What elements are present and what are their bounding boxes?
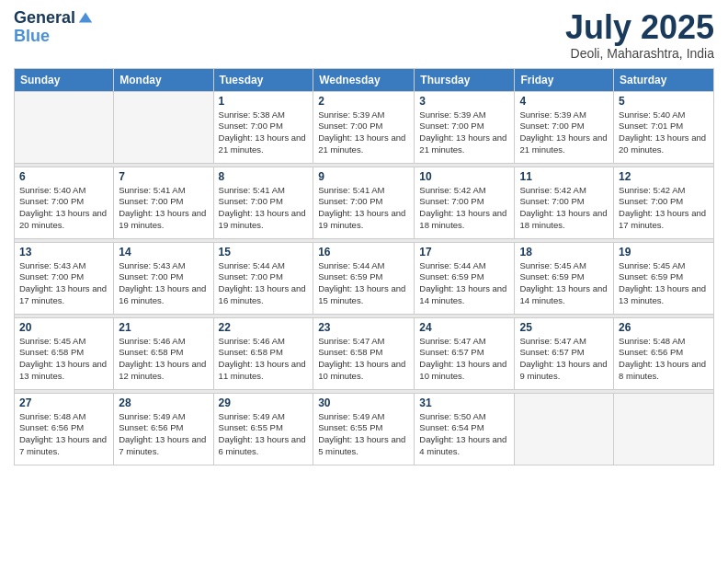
header-friday: Friday xyxy=(515,68,614,91)
calendar-cell: 26Sunrise: 5:48 AM Sunset: 6:56 PM Dayli… xyxy=(614,317,714,389)
day-number: 24 xyxy=(419,321,509,334)
day-info: Sunrise: 5:50 AM Sunset: 6:54 PM Dayligh… xyxy=(419,411,509,458)
calendar-cell: 11Sunrise: 5:42 AM Sunset: 7:00 PM Dayli… xyxy=(515,167,614,238)
calendar-cell: 22Sunrise: 5:46 AM Sunset: 6:58 PM Dayli… xyxy=(213,317,313,389)
logo-icon xyxy=(77,9,94,26)
header: General Blue July 2025 Deoli, Maharashtr… xyxy=(14,9,714,61)
day-info: Sunrise: 5:42 AM Sunset: 7:00 PM Dayligh… xyxy=(419,185,509,232)
calendar-cell: 12Sunrise: 5:42 AM Sunset: 7:00 PM Dayli… xyxy=(614,167,714,238)
day-number: 18 xyxy=(519,246,609,259)
calendar-cell: 9Sunrise: 5:41 AM Sunset: 7:00 PM Daylig… xyxy=(313,167,415,238)
calendar-cell: 25Sunrise: 5:47 AM Sunset: 6:57 PM Dayli… xyxy=(515,317,614,389)
calendar-cell xyxy=(614,393,714,465)
week-row-2: 6Sunrise: 5:40 AM Sunset: 7:00 PM Daylig… xyxy=(15,167,714,238)
day-info: Sunrise: 5:39 AM Sunset: 7:00 PM Dayligh… xyxy=(519,109,609,156)
calendar-cell: 14Sunrise: 5:43 AM Sunset: 7:00 PM Dayli… xyxy=(114,242,213,314)
calendar-table: Sunday Monday Tuesday Wednesday Thursday… xyxy=(14,68,714,465)
day-number: 25 xyxy=(519,321,609,334)
day-info: Sunrise: 5:42 AM Sunset: 7:00 PM Dayligh… xyxy=(519,185,609,232)
calendar-cell: 18Sunrise: 5:45 AM Sunset: 6:59 PM Dayli… xyxy=(515,242,614,314)
day-number: 17 xyxy=(419,246,509,259)
calendar-cell: 24Sunrise: 5:47 AM Sunset: 6:57 PM Dayli… xyxy=(415,317,515,389)
calendar-cell: 10Sunrise: 5:42 AM Sunset: 7:00 PM Dayli… xyxy=(415,167,515,238)
day-number: 28 xyxy=(119,396,208,409)
page-container: General Blue July 2025 Deoli, Maharashtr… xyxy=(0,0,728,475)
day-info: Sunrise: 5:40 AM Sunset: 7:01 PM Dayligh… xyxy=(619,109,709,156)
day-number: 30 xyxy=(318,396,409,409)
day-number: 27 xyxy=(19,396,108,409)
day-number: 29 xyxy=(219,396,309,409)
weekday-header-row: Sunday Monday Tuesday Wednesday Thursday… xyxy=(15,68,714,91)
day-info: Sunrise: 5:45 AM Sunset: 6:59 PM Dayligh… xyxy=(519,260,609,307)
day-number: 10 xyxy=(419,170,509,183)
day-number: 6 xyxy=(19,170,108,183)
calendar-cell: 30Sunrise: 5:49 AM Sunset: 6:55 PM Dayli… xyxy=(313,393,415,465)
calendar-cell: 8Sunrise: 5:41 AM Sunset: 7:00 PM Daylig… xyxy=(213,167,313,238)
calendar-cell: 2Sunrise: 5:39 AM Sunset: 7:00 PM Daylig… xyxy=(313,91,415,163)
day-info: Sunrise: 5:49 AM Sunset: 6:55 PM Dayligh… xyxy=(219,411,309,458)
day-number: 7 xyxy=(119,170,208,183)
calendar-cell: 20Sunrise: 5:45 AM Sunset: 6:58 PM Dayli… xyxy=(15,317,114,389)
calendar-cell: 15Sunrise: 5:44 AM Sunset: 7:00 PM Dayli… xyxy=(213,242,313,314)
day-info: Sunrise: 5:38 AM Sunset: 7:00 PM Dayligh… xyxy=(219,109,309,156)
week-row-1: 1Sunrise: 5:38 AM Sunset: 7:00 PM Daylig… xyxy=(15,91,714,163)
day-number: 21 xyxy=(119,321,208,334)
day-number: 15 xyxy=(219,246,309,259)
day-number: 26 xyxy=(619,321,709,334)
day-number: 9 xyxy=(318,170,409,183)
day-info: Sunrise: 5:41 AM Sunset: 7:00 PM Dayligh… xyxy=(219,185,309,232)
day-number: 16 xyxy=(318,246,409,259)
day-number: 11 xyxy=(519,170,609,183)
day-info: Sunrise: 5:49 AM Sunset: 6:56 PM Dayligh… xyxy=(119,411,208,458)
day-info: Sunrise: 5:44 AM Sunset: 7:00 PM Dayligh… xyxy=(219,260,309,307)
calendar-cell xyxy=(15,91,114,163)
header-saturday: Saturday xyxy=(614,68,714,91)
title-block: July 2025 Deoli, Maharashtra, India xyxy=(565,9,714,61)
calendar-cell: 3Sunrise: 5:39 AM Sunset: 7:00 PM Daylig… xyxy=(415,91,515,163)
calendar-cell: 28Sunrise: 5:49 AM Sunset: 6:56 PM Dayli… xyxy=(114,393,213,465)
day-number: 14 xyxy=(119,246,208,259)
calendar-cell xyxy=(515,393,614,465)
day-info: Sunrise: 5:45 AM Sunset: 6:59 PM Dayligh… xyxy=(619,260,709,307)
header-wednesday: Wednesday xyxy=(313,68,415,91)
calendar-cell xyxy=(114,91,213,163)
calendar-cell: 7Sunrise: 5:41 AM Sunset: 7:00 PM Daylig… xyxy=(114,167,213,238)
calendar-cell: 23Sunrise: 5:47 AM Sunset: 6:58 PM Dayli… xyxy=(313,317,415,389)
day-info: Sunrise: 5:47 AM Sunset: 6:58 PM Dayligh… xyxy=(318,336,409,383)
calendar-cell: 1Sunrise: 5:38 AM Sunset: 7:00 PM Daylig… xyxy=(213,91,313,163)
calendar-cell: 13Sunrise: 5:43 AM Sunset: 7:00 PM Dayli… xyxy=(15,242,114,314)
day-number: 8 xyxy=(219,170,309,183)
header-monday: Monday xyxy=(114,68,213,91)
day-number: 2 xyxy=(318,95,409,108)
day-number: 23 xyxy=(318,321,409,334)
day-number: 5 xyxy=(619,95,709,108)
calendar-cell: 4Sunrise: 5:39 AM Sunset: 7:00 PM Daylig… xyxy=(515,91,614,163)
day-info: Sunrise: 5:43 AM Sunset: 7:00 PM Dayligh… xyxy=(19,260,108,307)
day-info: Sunrise: 5:48 AM Sunset: 6:56 PM Dayligh… xyxy=(19,411,108,458)
calendar-cell: 6Sunrise: 5:40 AM Sunset: 7:00 PM Daylig… xyxy=(15,167,114,238)
calendar-cell: 31Sunrise: 5:50 AM Sunset: 6:54 PM Dayli… xyxy=(415,393,515,465)
day-info: Sunrise: 5:39 AM Sunset: 7:00 PM Dayligh… xyxy=(318,109,409,156)
day-info: Sunrise: 5:44 AM Sunset: 6:59 PM Dayligh… xyxy=(318,260,409,307)
day-info: Sunrise: 5:46 AM Sunset: 6:58 PM Dayligh… xyxy=(219,336,309,383)
day-info: Sunrise: 5:41 AM Sunset: 7:00 PM Dayligh… xyxy=(318,185,409,232)
calendar-cell: 16Sunrise: 5:44 AM Sunset: 6:59 PM Dayli… xyxy=(313,242,415,314)
day-info: Sunrise: 5:39 AM Sunset: 7:00 PM Dayligh… xyxy=(419,109,509,156)
day-info: Sunrise: 5:41 AM Sunset: 7:00 PM Dayligh… xyxy=(119,185,208,232)
logo-blue: Blue xyxy=(14,28,94,46)
day-info: Sunrise: 5:40 AM Sunset: 7:00 PM Dayligh… xyxy=(19,185,108,232)
day-number: 22 xyxy=(219,321,309,334)
week-row-5: 27Sunrise: 5:48 AM Sunset: 6:56 PM Dayli… xyxy=(15,393,714,465)
day-info: Sunrise: 5:47 AM Sunset: 6:57 PM Dayligh… xyxy=(419,336,509,383)
calendar-cell: 5Sunrise: 5:40 AM Sunset: 7:01 PM Daylig… xyxy=(614,91,714,163)
day-info: Sunrise: 5:46 AM Sunset: 6:58 PM Dayligh… xyxy=(119,336,208,383)
calendar-cell: 19Sunrise: 5:45 AM Sunset: 6:59 PM Dayli… xyxy=(614,242,714,314)
calendar-cell: 27Sunrise: 5:48 AM Sunset: 6:56 PM Dayli… xyxy=(15,393,114,465)
header-sunday: Sunday xyxy=(15,68,114,91)
day-info: Sunrise: 5:47 AM Sunset: 6:57 PM Dayligh… xyxy=(519,336,609,383)
logo: General Blue xyxy=(14,9,94,46)
day-info: Sunrise: 5:48 AM Sunset: 6:56 PM Dayligh… xyxy=(619,336,709,383)
day-number: 12 xyxy=(619,170,709,183)
day-number: 19 xyxy=(619,246,709,259)
day-number: 4 xyxy=(519,95,609,108)
